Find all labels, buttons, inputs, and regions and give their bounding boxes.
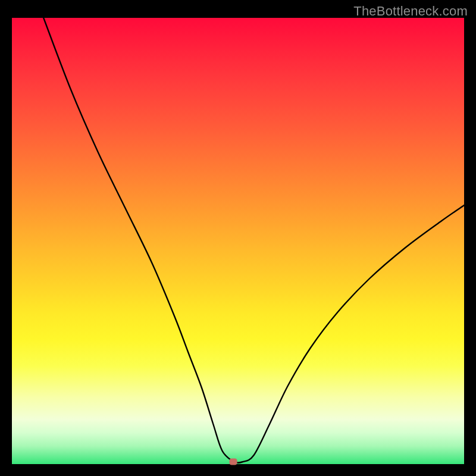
plot-area: [12, 18, 464, 464]
watermark-text: TheBottleneck.com: [353, 4, 468, 19]
chart-frame: TheBottleneck.com: [0, 0, 476, 476]
minimum-marker: [230, 459, 237, 465]
